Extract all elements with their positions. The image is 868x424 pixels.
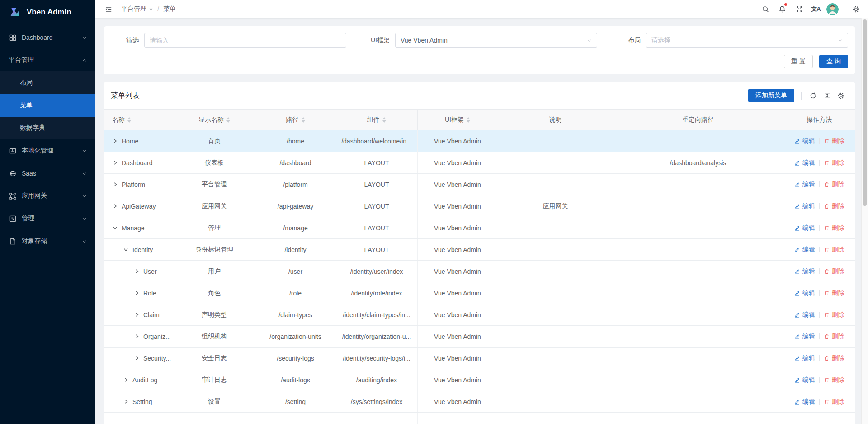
delete-button[interactable]: 删除 — [824, 224, 844, 232]
table-row[interactable]: AuditLog 审计日志 /audit-logs /auditing/inde… — [104, 369, 855, 391]
menu-path: /security-logs — [255, 348, 336, 369]
edit-button[interactable]: 编辑 — [794, 181, 815, 189]
edit-button[interactable]: 编辑 — [794, 376, 815, 384]
expand-arrow-icon[interactable] — [133, 355, 140, 362]
row-height-icon[interactable] — [820, 89, 834, 102]
expand-arrow-icon[interactable] — [133, 311, 140, 318]
table-row[interactable]: Home 首页 /home /dashboard/welcome/in... V… — [104, 130, 855, 152]
column-settings-gear-icon[interactable] — [834, 89, 848, 102]
ui-framework-select[interactable]: Vue Vben Admin — [395, 33, 597, 48]
menu-description — [498, 152, 613, 174]
expand-arrow-icon[interactable] — [133, 268, 140, 275]
app-logo[interactable]: Vben Admin — [0, 0, 95, 24]
delete-button[interactable]: 删除 — [824, 311, 844, 319]
column-header-path[interactable]: 路径 — [255, 110, 336, 130]
table-row[interactable]: Identity 身份标识管理 /identity LAYOUT Vue Vbe… — [104, 239, 855, 261]
table-row[interactable]: Claim 声明类型 /claim-types /identity/claim-… — [104, 304, 855, 326]
delete-button[interactable]: 删除 — [824, 159, 844, 167]
edit-button[interactable]: 编辑 — [794, 398, 815, 406]
sort-icon[interactable] — [467, 117, 470, 123]
expand-arrow-icon[interactable] — [133, 333, 140, 340]
menu-display-name: 审计日志 — [174, 369, 255, 391]
breadcrumb-item-platform[interactable]: 平台管理 — [121, 5, 153, 13]
expand-arrow-icon[interactable] — [112, 159, 118, 166]
delete-button[interactable]: 删除 — [824, 246, 844, 254]
expand-arrow-icon[interactable] — [123, 376, 129, 383]
table-row[interactable]: Manage 管理 /manage LAYOUT Vue Vben Admin — [104, 217, 855, 239]
expand-arrow-icon[interactable] — [112, 224, 118, 231]
reset-button[interactable]: 重 置 — [784, 55, 813, 68]
sort-icon[interactable] — [226, 117, 230, 123]
sidebar-item-api-gateway[interactable]: 应用网关 — [0, 185, 95, 207]
notification-bell-icon[interactable] — [774, 0, 791, 18]
delete-button[interactable]: 删除 — [824, 333, 844, 341]
edit-button[interactable]: 编辑 — [794, 267, 815, 276]
edit-button[interactable]: 编辑 — [794, 137, 815, 145]
table-row[interactable]: Security... 安全日志 /security-logs /identit… — [104, 348, 855, 369]
table-row[interactable]: User 用户 /user /identity/user/index Vue V… — [104, 261, 855, 282]
delete-button[interactable]: 删除 — [824, 289, 844, 297]
delete-button[interactable]: 删除 — [824, 376, 844, 384]
edit-button[interactable]: 编辑 — [794, 159, 815, 167]
search-button[interactable]: 查 询 — [819, 55, 848, 68]
settings-gear-icon[interactable] — [848, 0, 864, 18]
expand-arrow-icon[interactable] — [123, 246, 129, 253]
sidebar-item-saas[interactable]: Saas — [0, 162, 95, 185]
column-header-component[interactable]: 组件 — [336, 110, 417, 130]
expand-arrow-icon[interactable] — [123, 398, 129, 405]
sidebar-item-object-storage[interactable]: 对象存储 — [0, 230, 95, 252]
sidebar-item-layout[interactable]: 布局 — [0, 71, 95, 94]
edit-button[interactable]: 编辑 — [794, 224, 815, 232]
table-row[interactable]: Organiz... 组织机构 /organization-units /ide… — [104, 326, 855, 348]
sidebar-item-platform-management[interactable]: 平台管理 — [0, 49, 95, 71]
menu-display-name: 应用网关 — [174, 195, 255, 217]
column-header-ui-framework[interactable]: UI框架 — [417, 110, 498, 130]
menu-description — [498, 369, 613, 391]
table-row[interactable]: ApiGateway 应用网关 /api-gateway LAYOUT Vue … — [104, 195, 855, 217]
table-row[interactable]: Dashboard 仪表板 /dashboard LAYOUT Vue Vben… — [104, 152, 855, 174]
sidebar-item-dashboard[interactable]: Dashboard — [0, 26, 95, 49]
sort-icon[interactable] — [382, 117, 386, 123]
table-row[interactable]: Platform 平台管理 /platform LAYOUT Vue Vben … — [104, 174, 855, 195]
column-header-display-name[interactable]: 显示名称 — [174, 110, 255, 130]
sort-icon[interactable] — [302, 117, 305, 123]
edit-button[interactable]: 编辑 — [794, 202, 815, 210]
filter-input[interactable] — [150, 37, 341, 44]
expand-arrow-icon[interactable] — [133, 290, 140, 296]
menu-name: Claim — [143, 311, 160, 319]
layout-select[interactable]: 请选择 — [646, 33, 848, 48]
sidebar-item-manage[interactable]: 管理 — [0, 207, 95, 230]
expand-arrow-icon[interactable] — [112, 138, 118, 144]
sidebar-item-menu[interactable]: 菜单 — [0, 94, 95, 117]
table-row[interactable]: Setting 设置 /setting /sys/settings/index … — [104, 391, 855, 413]
expand-arrow-icon[interactable] — [112, 203, 118, 210]
expand-arrow-icon[interactable] — [112, 181, 118, 188]
delete-button[interactable]: 删除 — [824, 202, 844, 210]
menu-fold-icon[interactable] — [102, 0, 115, 18]
delete-button[interactable]: 删除 — [824, 181, 844, 189]
sidebar-item-data-dictionary[interactable]: 数据字典 — [0, 117, 95, 139]
delete-button[interactable]: 删除 — [824, 354, 844, 362]
edit-button[interactable]: 编辑 — [794, 311, 815, 319]
user-avatar[interactable] — [824, 0, 841, 18]
page-scrollbar[interactable] — [861, 18, 868, 424]
sidebar-item-label: Dashboard — [22, 34, 53, 41]
search-icon[interactable] — [757, 0, 774, 18]
edit-button[interactable]: 编辑 — [794, 354, 815, 362]
translate-icon[interactable]: 文A — [807, 0, 824, 18]
refresh-icon[interactable] — [806, 89, 820, 102]
add-menu-button[interactable]: 添加新菜单 — [748, 89, 794, 102]
sidebar-item-localization[interactable]: 本地化管理 — [0, 139, 95, 162]
scrollbar-thumb[interactable] — [863, 19, 867, 206]
sort-icon[interactable] — [127, 117, 131, 123]
column-header-name[interactable]: 名称 — [104, 110, 174, 130]
action-divider — [819, 138, 820, 144]
delete-button[interactable]: 删除 — [824, 398, 844, 406]
delete-button[interactable]: 删除 — [824, 137, 844, 145]
edit-button[interactable]: 编辑 — [794, 333, 815, 341]
edit-button[interactable]: 编辑 — [794, 246, 815, 254]
fullscreen-icon[interactable] — [791, 0, 807, 18]
delete-button[interactable]: 删除 — [824, 267, 844, 276]
edit-button[interactable]: 编辑 — [794, 289, 815, 297]
table-row[interactable]: Role 角色 /role /identity/role/index Vue V… — [104, 282, 855, 304]
